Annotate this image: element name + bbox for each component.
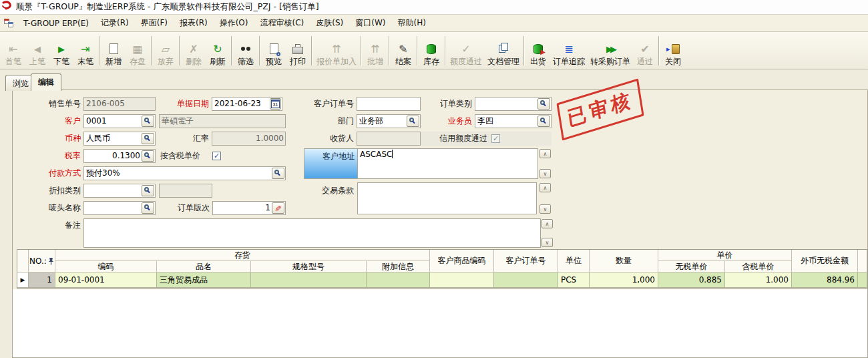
cell-spec[interactable] [251, 273, 367, 288]
text-caret [392, 150, 393, 158]
doc-manage-button[interactable]: 文档管理 [485, 34, 522, 67]
menu-help[interactable]: 帮助(H) [391, 15, 431, 31]
trade-terms-textarea[interactable] [357, 182, 537, 214]
refresh-icon: ↻ [213, 43, 222, 55]
ship-cylinder-icon: ▶ [533, 44, 543, 54]
order-category-field[interactable] [475, 97, 552, 111]
save-floppy-icon: ▦ [132, 43, 142, 55]
department-field[interactable]: 业务部 [357, 114, 421, 128]
menu-interface[interactable]: 界面(F) [135, 15, 174, 31]
customer-name-field: 華碩電子 [159, 114, 286, 128]
terms-scroll-down-button[interactable]: ∨ [539, 204, 551, 214]
calendar-button[interactable]: 31 [270, 98, 281, 110]
batch-add-button: ⇈批增 [363, 34, 387, 67]
magnifier-icon [540, 100, 545, 105]
refresh-button[interactable]: ↻刷新 [206, 34, 230, 67]
menu-record[interactable]: 记录(R) [95, 15, 135, 31]
to-purchase-order-button[interactable]: ▶▶转采购订单 [588, 34, 633, 67]
department-lookup-button[interactable] [407, 116, 419, 127]
address-scroll-down-button[interactable]: ∨ [539, 169, 551, 178]
cell-customer-order-no[interactable] [494, 273, 558, 288]
cell-notax-price[interactable]: 0.885 [658, 273, 725, 288]
customer-address-textarea[interactable]: ASCASC [357, 148, 538, 179]
documents-icon [499, 45, 505, 53]
currency-field[interactable]: 人民币 [83, 132, 156, 146]
customer-lookup-button[interactable] [142, 116, 154, 127]
tax-included-checkbox[interactable]: ✓ [212, 152, 221, 160]
customer-order-no-field[interactable] [357, 97, 421, 111]
order-version-label: 订单版次 [167, 201, 210, 215]
sales-no-field: 2106-005 [83, 97, 156, 111]
menu-skin[interactable]: 皮肤(S) [310, 15, 349, 31]
doc-date-field[interactable]: 2021-06-23 31 [212, 97, 282, 111]
salesman-field[interactable]: 李四 [475, 114, 552, 128]
cell-customer-item-code[interactable] [430, 273, 494, 288]
col-header-customer-item-code: 客户商品编码 [430, 250, 494, 273]
close-case-button[interactable]: ✎结案 [391, 34, 415, 67]
stock-button[interactable]: 库存 [419, 34, 443, 67]
cell-extra-info[interactable] [367, 273, 430, 288]
currency-label: 币种 [27, 132, 81, 146]
customer-code-field[interactable]: 0001 [83, 114, 156, 128]
prev-record-button: ◀上笔 [25, 34, 49, 67]
cell-qty[interactable]: 1,000 [590, 273, 658, 288]
menu-report[interactable]: 报表(R) [174, 15, 214, 31]
last-record-button[interactable]: ⇥末笔 [73, 34, 97, 67]
system-menu-icon[interactable] [4, 19, 13, 27]
tab-edit[interactable]: 编辑 [31, 73, 61, 91]
filter-button[interactable]: 筛选 [234, 34, 258, 67]
row-no-cell[interactable]: 1 [29, 273, 55, 288]
payment-method-lookup-button[interactable] [272, 168, 284, 179]
payment-method-field[interactable]: 预付30% [83, 166, 286, 180]
ship-button[interactable]: ▶出货 [526, 34, 550, 67]
discount-lookup-button[interactable] [142, 185, 154, 196]
menu-tgroup-erp[interactable]: T-GROUP ERP(E) [17, 16, 95, 31]
doc-date-label: 单据日期 [156, 97, 209, 111]
menu-window[interactable]: 窗口(W) [349, 15, 391, 31]
address-scroll-up-button[interactable]: ∧ [539, 149, 551, 158]
app-logo-icon [2, 1, 13, 13]
next-record-button[interactable]: ▶下笔 [49, 34, 73, 67]
tax-rate-field[interactable]: 0.1300 [83, 149, 156, 163]
toolbar-separator [311, 36, 312, 65]
order-version-edit-button[interactable]: ✎ [272, 202, 284, 214]
print-button[interactable]: 打印 [286, 34, 310, 67]
order-track-button[interactable]: ≣订单追踪 [550, 34, 588, 67]
close-button[interactable]: ▸关闭 [661, 34, 685, 67]
currency-lookup-button[interactable] [142, 133, 154, 144]
filler-header [858, 250, 867, 273]
new-page-icon [110, 43, 118, 54]
cell-foreign-amount[interactable]: 884.96 [792, 273, 858, 288]
new-button[interactable]: 新增 [101, 34, 126, 67]
order-version-field[interactable]: 1 ✎ [212, 201, 286, 215]
tax-rate-lookup-button[interactable] [142, 150, 154, 162]
col-header-name: 品名 [157, 261, 251, 273]
preview-button[interactable]: 预览 [262, 34, 286, 67]
magnifier-icon [144, 118, 149, 122]
cell-tax-price[interactable]: 1.000 [725, 273, 792, 288]
order-category-lookup-button[interactable] [537, 98, 550, 110]
mark-name-field[interactable] [83, 201, 156, 215]
last-record-icon: ⇥ [81, 43, 89, 55]
window-title: 顺景『T-GROUP』制造业ERP系统 - 广东顺景软件科技有限公司_PZJ -… [16, 1, 319, 13]
remarks-textarea[interactable] [83, 218, 541, 248]
cell-code[interactable]: 09-01-0001 [55, 273, 157, 288]
cell-unit[interactable]: PCS [558, 273, 590, 288]
batch-add-icon: ⇈ [371, 43, 379, 55]
row-selector-cell[interactable]: ▶ [17, 273, 29, 288]
menu-operation[interactable]: 操作(O) [214, 15, 254, 31]
mark-name-label: 唛头名称 [27, 201, 81, 215]
salesman-label: 业务员 [425, 114, 472, 128]
cell-name[interactable]: 三角贸易成品 [157, 273, 251, 288]
discount-category-field[interactable] [83, 184, 156, 198]
remarks-scroll-up-button[interactable]: ∧ [541, 219, 553, 228]
terms-scroll-up-button[interactable]: ∧ [539, 183, 551, 192]
col-header-qty: 数量 [590, 250, 658, 273]
remarks-scroll-down-button[interactable]: ∨ [541, 238, 553, 247]
toolbar: ⇤首笔 ◀上笔 ▶下笔 ⇥末笔 新增 ▦存盘 ▱放弃 ✗删除 ↻刷新 筛选 预览… [0, 32, 868, 69]
mark-name-lookup-button[interactable] [142, 202, 154, 214]
inventory-group-header: 存货 [55, 250, 430, 261]
salesman-lookup-button[interactable] [537, 116, 550, 127]
menu-workflow-audit[interactable]: 流程审核(C) [254, 15, 310, 31]
toolbar-separator [259, 36, 260, 65]
